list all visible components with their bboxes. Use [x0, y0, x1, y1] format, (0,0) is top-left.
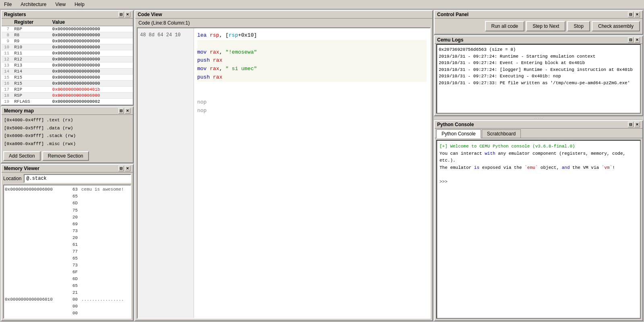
reg-num: 15 — [2, 75, 12, 81]
col-register: Register — [12, 19, 50, 26]
reg-name: R9 — [12, 38, 50, 44]
remove-section-button[interactable]: Remove Section — [42, 151, 89, 161]
menu-file[interactable]: File — [2, 1, 14, 8]
tab-scratchboard[interactable]: Scratchboard — [482, 129, 521, 138]
py-prompt[interactable]: >>> — [440, 179, 638, 186]
registers-table-wrapper: Register Value 7RBP0x00000000000000008R8… — [2, 19, 133, 105]
list-item: 0x000000000000601000 00 00 00 00 00 00 0… — [5, 296, 130, 319]
reg-value: 0x000000000000401b — [50, 87, 133, 93]
table-row: 9R90x0000000000000000 — [2, 38, 133, 44]
python-close-btn[interactable]: ✕ — [634, 122, 640, 127]
control-panel-label: Control Panel — [437, 12, 469, 17]
cemu-logs-close-btn[interactable]: ✕ — [634, 37, 640, 43]
instr-mov2: mov rax, " si umec" — [197, 65, 427, 73]
control-panel-controls: ⊟ ✕ — [628, 12, 640, 17]
reg-num: 19 — [2, 99, 12, 105]
instr-blank2 — [197, 82, 427, 90]
memory-map-label: Memory map — [4, 108, 34, 114]
code-bytes-value: 48 8d 64 24 10 — [140, 32, 181, 38]
registers-close-btn[interactable]: ✕ — [125, 12, 130, 17]
code-instructions[interactable]: lea rsp, [rsp+0x10] mov rax, "!emosewa" … — [194, 28, 430, 318]
right-panel: Control Panel ⊟ ✕ Run all code Step to N… — [434, 10, 643, 321]
menu-architecture[interactable]: Architecture — [18, 1, 49, 8]
reg-value: 0x0000000000000000 — [50, 56, 133, 62]
hex-ascii: ................ — [81, 296, 130, 319]
reg-value: 0x0000000000000000 — [50, 32, 133, 38]
reg-num: 13 — [2, 62, 12, 69]
list-item: [0xa000-0xafff] .misc (rwx) — [3, 140, 131, 148]
reg-name: R15 — [12, 75, 50, 81]
control-panel-close-btn[interactable]: ✕ — [634, 12, 640, 17]
list-item: 0x000000000000600063 65 6D 75 20 69 73 2… — [5, 186, 130, 296]
cemu-logs-restore-btn[interactable]: ⊟ — [628, 37, 634, 43]
memory-map-list: [0x4000-0x4fff] .text (rx)[0x5000-0x5fff… — [2, 115, 133, 150]
table-row: 17RIP0x000000000000401b — [2, 87, 133, 93]
drag-handle[interactable]: · · · · · — [434, 117, 643, 119]
memory-map-close-btn[interactable]: ✕ — [125, 108, 130, 114]
add-section-button[interactable]: Add Section — [3, 151, 41, 161]
python-console-area[interactable]: [+] Welcome to CEMU Python console (v3.6… — [436, 140, 641, 319]
py-line-3: The emulator is exposed via the `emu` ob… — [440, 164, 638, 172]
python-panel-label: Python Console — [437, 122, 474, 127]
memory-map-restore-btn[interactable]: ⊟ — [118, 108, 124, 114]
reg-num: 12 — [2, 56, 12, 62]
log-line: 0x20736920756d6563 (size = 8) — [439, 46, 638, 53]
instr-push2: push rax — [197, 73, 427, 82]
hex-bytes: 00 00 00 00 00 00 00 00 00 00 00 00 00 0… — [72, 296, 78, 319]
reg-name: R10 — [12, 44, 50, 50]
python-panel-title: Python Console ⊟ ✕ — [435, 121, 642, 129]
reg-num: 17 — [2, 87, 12, 93]
cemu-logs-controls: ⊟ ✕ — [628, 37, 640, 43]
memory-viewer-close-btn[interactable]: ✕ — [125, 166, 130, 171]
code-view-title: Code View — [135, 11, 432, 19]
reg-value: 0x0000000000000000 — [50, 44, 133, 50]
reg-value: 0x0000000000000000 — [50, 62, 133, 69]
reg-num: 16 — [2, 81, 12, 87]
registers-table: Register Value 7RBP0x00000000000000008R8… — [2, 19, 133, 105]
menu-view[interactable]: View — [53, 1, 68, 8]
code-bytes: 48 8d 64 24 10 — [138, 28, 194, 318]
cemu-logs-title: Cemu Logs ⊟ ✕ — [435, 36, 642, 44]
py-line-2: You can interact with any emulator compo… — [440, 150, 638, 164]
table-row: 11R110x0000000000000000 — [2, 50, 133, 56]
step-to-next-button[interactable]: Step to Next — [526, 21, 566, 31]
python-restore-btn[interactable]: ⊟ — [628, 122, 634, 127]
instr-1: lea rsp, [rsp+0x10] — [197, 31, 427, 40]
memory-viewer-panel: Memory Viewer ⊟ ✕ Location 0x00000000000… — [1, 164, 134, 321]
reg-num: 10 — [2, 44, 12, 50]
reg-name: RSP — [12, 93, 50, 99]
py-line-4 — [440, 171, 638, 179]
menu-help[interactable]: Help — [72, 1, 87, 8]
reg-name: RBP — [12, 26, 50, 32]
hex-addr: 0x0000000000006010 — [5, 296, 69, 319]
list-item: [0x5000-0x5fff] .data (rw) — [3, 125, 131, 133]
code-view-panel: Code View Code (Line:8 Column:1) 48 8d 6… — [134, 10, 433, 321]
instr-blank1 — [197, 40, 427, 48]
table-row: 8R80x0000000000000000 — [2, 32, 133, 38]
run-all-button[interactable]: Run all code — [485, 21, 525, 31]
log-area[interactable]: 0x20736920756d6563 (size = 8)2019/10/31 … — [436, 44, 641, 114]
instr-push1: push rax — [197, 56, 427, 65]
hex-bytes: 63 65 6D 75 20 69 73 20 61 77 65 73 6F 6… — [72, 186, 78, 296]
control-panel-restore-btn[interactable]: ⊟ — [628, 12, 634, 17]
col-value: Value — [50, 19, 133, 26]
memory-hex-view[interactable]: 0x000000000000600063 65 6D 75 20 69 73 2… — [3, 185, 131, 319]
location-label: Location — [3, 176, 21, 181]
registers-restore-btn[interactable]: ⊟ — [118, 12, 124, 17]
menubar: File Architecture View Help — [0, 0, 644, 9]
instr-mov1: mov rax, "!emosewa" — [197, 48, 427, 57]
tab-python-console[interactable]: Python Console — [436, 129, 481, 138]
log-line: 2019/10/31 - 09:27:24: [logger] Runtime … — [439, 66, 638, 73]
reg-name: R15 — [12, 81, 50, 87]
check-assembly-button[interactable]: Check assembly — [592, 21, 640, 31]
reg-value: 0x0000000000006000 — [50, 93, 133, 99]
table-row: 18RSP0x0000000000006000 — [2, 93, 133, 99]
memory-viewer-restore-btn[interactable]: ⊟ — [118, 166, 124, 171]
python-panel-controls: ⊟ ✕ — [628, 122, 640, 127]
reg-value: 0x0000000000000000 — [50, 26, 133, 32]
reg-value: 0x0000000000000000 — [50, 50, 133, 56]
reg-value: 0x0000000000000000 — [50, 69, 133, 75]
location-input[interactable] — [24, 174, 131, 183]
col-num — [2, 19, 12, 26]
stop-button[interactable]: Stop — [567, 21, 590, 31]
